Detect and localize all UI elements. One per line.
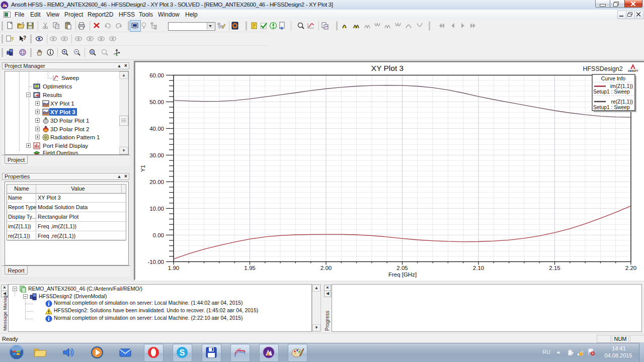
svg-text:50.00: 50.00 [149, 99, 164, 105]
svg-text:2.10: 2.10 [473, 265, 484, 271]
svg-text:Setup1 : Sweep: Setup1 : Sweep [593, 89, 630, 95]
svg-text:2.20: 2.20 [625, 265, 636, 271]
svg-text:Curve Info: Curve Info [601, 75, 626, 81]
svg-text:ANSOFT: ANSOFT [628, 69, 638, 72]
svg-text:im(Z(1,1)): im(Z(1,1)) [610, 83, 633, 89]
svg-text:2.05: 2.05 [396, 265, 408, 271]
svg-text:30.00: 30.00 [149, 152, 164, 158]
svg-text:2.15: 2.15 [549, 265, 560, 271]
svg-text:Y1: Y1 [140, 165, 146, 172]
svg-text:60.00: 60.00 [149, 72, 164, 78]
svg-text:?: ? [11, 36, 14, 42]
svg-text:40.00: 40.00 [149, 126, 164, 132]
svg-text:1.90: 1.90 [168, 265, 179, 271]
svg-text:re(Z(1,1)): re(Z(1,1)) [611, 99, 633, 105]
svg-text:1.95: 1.95 [244, 265, 255, 271]
svg-text:HFSSDesign2: HFSSDesign2 [583, 65, 622, 72]
svg-text:Setup1 : Sweep: Setup1 : Sweep [593, 105, 630, 110]
svg-text:2.00: 2.00 [320, 265, 332, 271]
svg-text:XY Plot 3: XY Plot 3 [371, 64, 404, 72]
svg-text:10.00: 10.00 [149, 206, 164, 212]
svg-text:20.00: 20.00 [149, 179, 164, 185]
svg-text:-10.00: -10.00 [147, 259, 164, 265]
svg-text:0.00: 0.00 [153, 232, 164, 238]
svg-text:S: S [180, 348, 185, 357]
svg-text:?: ? [23, 35, 26, 41]
svg-text:Freq [GHz]: Freq [GHz] [388, 272, 417, 278]
